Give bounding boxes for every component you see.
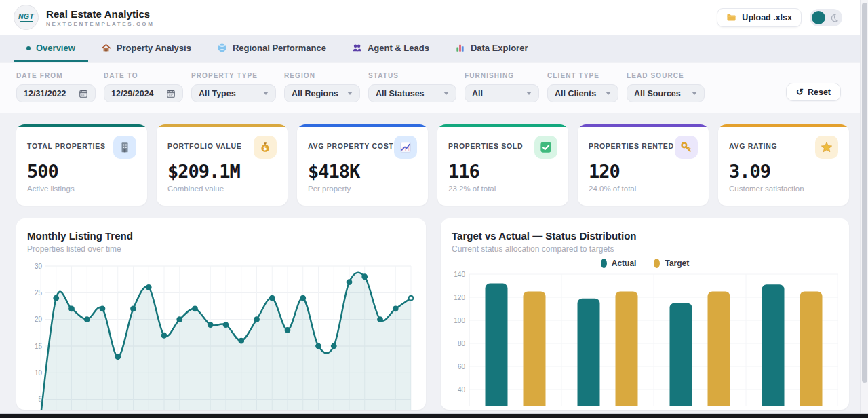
moon-icon — [829, 13, 838, 22]
upload-label: Upload .xlsx — [742, 13, 792, 22]
kpi-subtitle: 23.2% of total — [448, 185, 557, 193]
filter-label: DATE FROM — [16, 72, 96, 79]
filter-label: CLIENT TYPE — [547, 72, 618, 79]
kpi-total-properties: TOTAL PROPERTIES500Active listings — [16, 124, 147, 206]
kpi-value: $209.1M — [167, 161, 277, 182]
filter-property-type: PROPERTY TYPEAll Types — [191, 72, 276, 113]
building-icon — [113, 136, 136, 159]
date-to-input[interactable]: 12/29/2024 — [104, 84, 183, 102]
tab-label: Data Explorer — [471, 43, 528, 53]
kpi-value: 120 — [589, 161, 698, 182]
kpi-label: PORTFOLIO VALUE — [167, 136, 241, 150]
money-bag-icon: $ — [254, 136, 277, 159]
tab-property-analysis[interactable]: Property Analysis — [88, 35, 204, 62]
filter-bar: DATE FROM12/31/2022DATE TO12/29/2024PROP… — [0, 63, 868, 113]
app-title: Real Estate Analytics — [46, 8, 154, 20]
filter-label: FURNISHING — [465, 72, 539, 79]
legend-dot — [654, 259, 660, 268]
globe-icon — [217, 43, 227, 53]
line-chart: 51015202530 — [27, 259, 415, 410]
date-from-input[interactable]: 12/31/2022 — [16, 84, 96, 102]
kpi-label: TOTAL PROPERTIES — [27, 136, 106, 150]
lead-source-select[interactable]: All Sources — [627, 84, 705, 102]
legend-dot — [601, 259, 607, 268]
tab-regional-performance[interactable]: Regional Performance — [204, 35, 339, 62]
tab-bar: OverviewProperty AnalysisRegional Perfor… — [0, 35, 868, 62]
reset-icon: ↺ — [796, 88, 804, 96]
kpi-subtitle: 24.0% of total — [589, 185, 698, 193]
app-subtitle: NEXTGENTEMPLATES.COM — [46, 21, 154, 27]
kpi-subtitle: Per property — [308, 185, 417, 193]
kpi-value: 500 — [27, 161, 136, 182]
bar-chart: 140120100806040 — [452, 270, 838, 406]
filter-label: STATUS — [368, 72, 456, 79]
svg-text:30: 30 — [35, 263, 43, 270]
caret-down-icon — [692, 92, 697, 95]
filter-client-type: CLIENT TYPEAll Clients — [547, 72, 618, 113]
scrollbar-thumb[interactable] — [862, 3, 867, 383]
filter-value: All Sources — [634, 89, 681, 98]
client-type-select[interactable]: All Clients — [547, 84, 618, 102]
svg-text:10: 10 — [35, 369, 43, 377]
reset-button[interactable]: ↺ Reset — [786, 83, 841, 101]
dot-icon — [26, 46, 31, 50]
calendar-icon — [166, 89, 176, 98]
furnishing-select[interactable]: All — [465, 84, 539, 102]
kpi-value: $418K — [308, 161, 417, 182]
caret-down-icon — [347, 92, 353, 95]
kpi-properties-sold: PROPERTIES SOLD11623.2% of total — [437, 124, 568, 206]
property-type-select[interactable]: All Types — [191, 84, 276, 102]
svg-text:$: $ — [263, 145, 267, 151]
kpi-portfolio-value: PORTFOLIO VALUE$$209.1MCombined value — [157, 124, 288, 206]
key-icon — [675, 136, 698, 159]
line-chart-title: Monthly Listing Trend — [27, 230, 415, 242]
filter-label: PROPERTY TYPE — [191, 72, 276, 79]
bar-chart-subtitle: Current status allocation compared to ta… — [452, 244, 838, 254]
filter-furnishing: FURNISHINGAll — [465, 72, 539, 113]
tab-data-explorer[interactable]: Data Explorer — [442, 35, 541, 62]
tab-label: Overview — [36, 43, 75, 53]
theme-toggle[interactable] — [810, 9, 842, 26]
status-select[interactable]: All Statuses — [368, 84, 456, 102]
kpi-avg-rating: AVG RATING3.09Customer satisfaction — [718, 124, 849, 206]
kpi-label: PROPERTIES RENTED — [589, 136, 674, 150]
tab-agent-leads[interactable]: Agent & Leads — [339, 35, 442, 62]
tab-label: Property Analysis — [117, 43, 191, 53]
kpi-label: AVG PROPERTY COST — [308, 136, 393, 150]
line-chart-subtitle: Properties listed over time — [27, 244, 415, 254]
chart-increasing-icon — [394, 136, 417, 159]
calendar-icon — [79, 89, 88, 98]
legend-item-target: Target — [654, 259, 689, 268]
bar-chart-title: Target vs Actual — Status Distribution — [452, 230, 838, 242]
bar-chart-card: Target vs Actual — Status Distribution C… — [441, 218, 849, 410]
kpi-avg-property-cost: AVG PROPERTY COST$418KPer property — [297, 124, 428, 206]
brand-block: Real Estate Analytics NEXTGENTEMPLATES.C… — [46, 8, 154, 27]
check-icon — [534, 136, 557, 159]
region-select[interactable]: All Regions — [284, 84, 360, 102]
svg-text:60: 60 — [458, 363, 466, 370]
caret-down-icon — [443, 92, 449, 95]
filter-label: LEAD SOURCE — [627, 72, 705, 79]
svg-text:20: 20 — [35, 316, 43, 323]
svg-text:15: 15 — [35, 343, 43, 350]
star-icon — [815, 136, 838, 159]
tab-overview[interactable]: Overview — [14, 35, 88, 62]
logo-swoosh — [20, 20, 33, 22]
kpi-row: TOTAL PROPERTIES500Active listingsPORTFO… — [16, 124, 849, 206]
filter-value: 12/31/2022 — [24, 89, 66, 98]
people-icon — [352, 43, 362, 53]
bar-chart-legend: ActualTarget — [452, 258, 838, 269]
kpi-subtitle: Active listings — [27, 185, 136, 193]
scrollbar[interactable] — [860, 0, 868, 418]
filter-value: All Regions — [292, 89, 338, 98]
kpi-value: 116 — [448, 161, 557, 182]
filter-status: STATUSAll Statuses — [368, 72, 456, 113]
caret-down-icon — [526, 92, 532, 95]
filter-label: DATE TO — [104, 72, 183, 79]
svg-text:25: 25 — [35, 289, 43, 297]
filter-lead-source: LEAD SOURCEAll Sources — [627, 72, 705, 113]
reset-label: Reset — [808, 88, 831, 97]
legend-label: Target — [665, 259, 689, 268]
house-icon — [101, 43, 111, 53]
upload-xlsx-button[interactable]: Upload .xlsx — [717, 8, 802, 27]
